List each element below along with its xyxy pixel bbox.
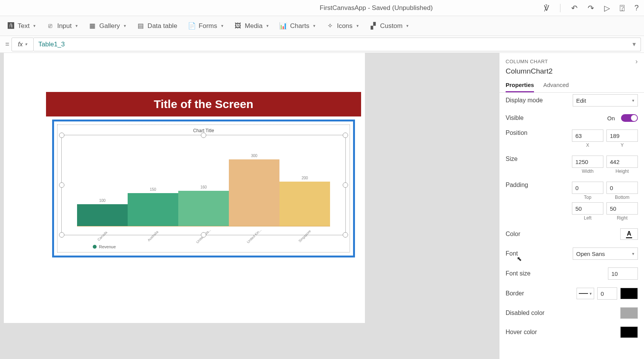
equals-label: = xyxy=(3,40,12,48)
color-picker[interactable]: A xyxy=(620,228,638,240)
border-style-dropdown[interactable]: ▾ xyxy=(577,288,594,299)
bar-rect xyxy=(77,204,128,226)
undo-icon[interactable]: ↶ xyxy=(571,3,578,13)
chart-selection[interactable]: Chart Title 100150160300200 CanadaAustra… xyxy=(52,120,355,257)
ribbon-input[interactable]: ⎚ Input▾ xyxy=(46,22,78,30)
font-dropdown[interactable]: Open Sans▾ xyxy=(573,248,638,260)
gallery-icon: ▦ xyxy=(89,23,96,30)
padding-left-input[interactable] xyxy=(572,202,603,215)
play-icon[interactable]: ▷ xyxy=(604,3,610,13)
border-width-input[interactable] xyxy=(597,287,617,300)
bars-area: 100150160300200 xyxy=(77,150,330,226)
handle-tc[interactable] xyxy=(201,133,206,138)
fx-selector[interactable]: fx▾ xyxy=(12,38,34,51)
row-display-mode: Display mode Edit▾ xyxy=(506,94,638,110)
handle-bc[interactable] xyxy=(201,232,206,238)
custom-icon: ▞ xyxy=(370,23,377,30)
chevron-right-icon[interactable]: › xyxy=(636,57,638,66)
label-font-size: Font size xyxy=(506,270,608,277)
stethoscope-icon[interactable]: ℣ xyxy=(544,3,549,13)
right-sublabel: Right xyxy=(617,215,628,221)
label-border: Border xyxy=(506,290,577,297)
tab-advanced[interactable]: Advanced xyxy=(543,79,569,92)
label-visible: Visible xyxy=(506,115,607,121)
handle-tl[interactable] xyxy=(59,133,64,138)
ribbon-media[interactable]: 🖼 Media▾ xyxy=(234,22,269,30)
bar-4: 200 xyxy=(279,150,330,226)
screen-frame: Title of the Screen Chart Title 10015016… xyxy=(46,92,361,270)
chart-inner: 100150160300200 CanadaAustraliaUnited St… xyxy=(61,135,346,235)
disabled-color-swatch[interactable] xyxy=(620,307,638,319)
ribbon-icons[interactable]: ✧ Icons▾ xyxy=(326,22,359,30)
row-position: Position X Y xyxy=(506,126,638,152)
input-icon: ⎚ xyxy=(46,23,54,30)
size-width-input[interactable] xyxy=(572,156,603,168)
title-bar: FirstCanvasApp - Saved (Unpublished) ℣ ↶… xyxy=(0,0,644,16)
formula-input[interactable]: Table1_3 ▾ xyxy=(34,38,641,51)
ribbon-gallery[interactable]: ▦ Gallery▾ xyxy=(89,22,126,30)
padding-top-input[interactable] xyxy=(572,182,603,194)
top-sublabel: Top xyxy=(584,195,591,200)
tab-properties[interactable]: Properties xyxy=(506,79,534,92)
bar-1: 150 xyxy=(128,150,178,226)
ribbon-text-label: Text xyxy=(18,22,30,30)
label-padding: Padding xyxy=(506,182,572,189)
bar-2: 160 xyxy=(178,150,229,226)
bar-3: 300 xyxy=(229,150,279,226)
x-sublabel: X xyxy=(586,143,589,148)
handle-tr[interactable] xyxy=(343,133,348,138)
visible-value: On xyxy=(607,115,615,121)
props-tabs: Properties Advanced xyxy=(499,79,644,93)
canvas-area[interactable]: Title of the Screen Chart Title 10015016… xyxy=(0,53,499,359)
handle-ml[interactable] xyxy=(59,182,64,188)
ribbon-datatable[interactable]: ▤ Data table xyxy=(137,22,177,30)
datatable-icon: ▤ xyxy=(137,23,145,30)
handle-br[interactable] xyxy=(343,232,348,238)
padding-bottom-input[interactable] xyxy=(606,182,638,194)
formula-expand-icon[interactable]: ▾ xyxy=(632,40,636,48)
hover-color-swatch[interactable] xyxy=(620,326,638,338)
properties-panel: COLUMN CHART › ColumnChart2 Properties A… xyxy=(499,53,644,359)
legend-label: Revenue xyxy=(99,244,116,249)
row-padding: Padding Top Bottom xyxy=(506,178,638,225)
bar-rect xyxy=(128,193,178,227)
person-icon[interactable]: ⍰ xyxy=(620,3,624,12)
ribbon-charts[interactable]: 📊 Charts▾ xyxy=(279,22,315,30)
left-sublabel: Left xyxy=(584,215,591,221)
ribbon: 🅰 Text▾ ⎚ Input▾ ▦ Gallery▾ ▤ Data table… xyxy=(0,16,644,36)
border-color-swatch[interactable] xyxy=(620,288,638,299)
bar-value-label: 160 xyxy=(200,185,207,189)
padding-right-input[interactable] xyxy=(606,202,638,215)
ribbon-forms[interactable]: 📄 Forms▾ xyxy=(188,22,223,30)
row-border: Border ▾ xyxy=(506,284,638,303)
chart-legend: Revenue xyxy=(93,244,116,249)
position-x-input[interactable] xyxy=(572,130,603,142)
handle-bl[interactable] xyxy=(59,232,64,238)
bar-value-label: 300 xyxy=(251,154,258,158)
font-size-input[interactable] xyxy=(608,267,638,280)
bar-value-label: 100 xyxy=(99,198,106,203)
ribbon-text[interactable]: 🅰 Text▾ xyxy=(7,22,36,30)
position-y-input[interactable] xyxy=(606,130,638,142)
ribbon-charts-label: Charts xyxy=(290,22,309,30)
height-sublabel: Height xyxy=(616,169,629,174)
row-visible: Visible On xyxy=(506,110,638,126)
ribbon-input-label: Input xyxy=(57,22,72,30)
label-hover-color: Hover color xyxy=(506,329,620,336)
label-font: Font xyxy=(506,250,573,257)
visible-toggle[interactable] xyxy=(621,114,638,122)
y-sublabel: Y xyxy=(621,143,624,148)
redo-icon[interactable]: ↷ xyxy=(588,3,594,13)
label-disabled-color: Disabled color xyxy=(506,310,620,316)
label-color: Color xyxy=(506,231,620,238)
help-icon[interactable]: ? xyxy=(634,3,639,12)
display-mode-dropdown[interactable]: Edit▾ xyxy=(573,94,638,107)
bar-value-label: 200 xyxy=(302,176,308,180)
handle-mr[interactable] xyxy=(343,182,348,188)
ribbon-icons-label: Icons xyxy=(337,22,353,30)
ribbon-custom[interactable]: ▞ Custom▾ xyxy=(370,22,409,30)
props-header: COLUMN CHART › xyxy=(499,53,644,67)
icons-icon: ✧ xyxy=(326,23,334,30)
forms-icon: 📄 xyxy=(188,23,196,30)
size-height-input[interactable] xyxy=(606,156,638,168)
